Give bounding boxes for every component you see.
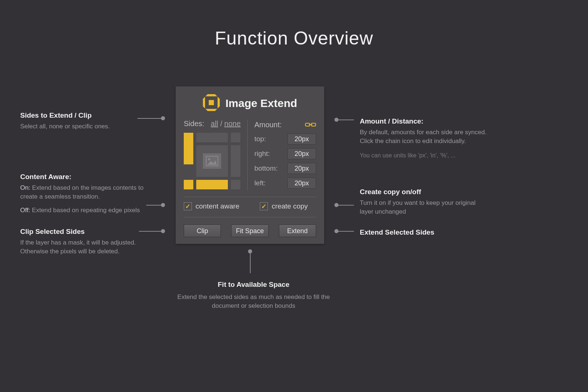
image-extend-panel: Image Extend Sides: all / none — [176, 86, 324, 244]
connector-line — [336, 231, 354, 232]
annotation-fit: Fit to Available Space Extend the select… — [176, 279, 331, 311]
amount-bottom-label: bottom: — [254, 164, 277, 172]
annotation-title: Content Aware: — [20, 172, 145, 182]
annotation-desc: If the layer has a mask, it will be adju… — [20, 238, 145, 256]
annotation-desc: Extend the selected sides as much as nee… — [176, 293, 331, 311]
amount-left-input[interactable] — [287, 178, 316, 189]
annotation-title: Create copy on/off — [360, 187, 488, 197]
connector-line — [137, 118, 163, 119]
content-aware-checkbox[interactable]: ✓ content aware — [184, 202, 239, 210]
annotation-desc: Turn it on if you want to keep your orig… — [360, 199, 488, 217]
panel-header: Image Extend — [176, 94, 324, 120]
annotation-desc: Select all, none or specific ones. — [20, 122, 138, 131]
sides-link-all[interactable]: all — [211, 120, 218, 128]
annotation-amount: Amount / Distance: By default, amounts f… — [360, 116, 496, 160]
sides-section: Sides: all / none — [184, 120, 247, 190]
create-copy-label: create copy — [272, 202, 308, 210]
annotation-off-desc: Extend based on repeating edge pixels — [30, 207, 140, 214]
chain-link-icon[interactable] — [305, 121, 316, 129]
connector-line — [336, 205, 354, 206]
sides-link-none[interactable]: none — [224, 120, 241, 128]
annotation-title: Amount / Distance: — [360, 116, 496, 126]
connector-line — [146, 205, 163, 206]
annotation-title: Fit to Available Space — [176, 279, 331, 290]
svg-point-7 — [208, 158, 210, 160]
annotation-off-prefix: Off: — [20, 207, 30, 214]
side-left[interactable] — [184, 133, 193, 164]
side-bottomleft[interactable] — [184, 180, 193, 189]
image-placeholder-icon — [203, 153, 221, 169]
amount-label: Amount: — [254, 121, 282, 129]
annotation-sides: Sides to Extend / Clip Select all, none … — [20, 110, 138, 131]
annotation-extend: Extend Selected Sides — [360, 227, 477, 239]
create-copy-checkbox[interactable]: ✓ create copy — [260, 202, 308, 210]
annotation-desc: Off: Extend based on repeating edge pixe… — [20, 206, 145, 215]
amount-right-label: right: — [254, 150, 270, 158]
side-right[interactable] — [231, 145, 240, 177]
annotation-content-aware: Content Aware: On: Extend based on the i… — [20, 172, 145, 215]
svg-marker-4 — [215, 106, 220, 111]
connector-line — [139, 231, 163, 232]
connector-line — [250, 251, 251, 273]
side-center — [196, 145, 228, 177]
amount-top-input[interactable] — [287, 133, 316, 145]
annotation-desc: By default, amounts for each side are sy… — [360, 128, 496, 146]
annotation-title: Extend Selected Sides — [360, 227, 477, 238]
amount-left-label: left: — [254, 179, 266, 187]
svg-marker-2 — [215, 94, 220, 99]
connector-line — [336, 120, 354, 120]
amount-right-input[interactable] — [287, 148, 316, 159]
sides-grid — [184, 133, 241, 190]
annotation-desc: On: Extend based on the images contents … — [20, 183, 145, 202]
fit-space-button[interactable]: Fit Space — [231, 225, 268, 237]
annotation-on-desc: Extend based on the images contents to c… — [20, 184, 144, 200]
annotation-title: Clip Selected Sides — [20, 227, 145, 237]
side-bottomright[interactable] — [231, 180, 240, 189]
sides-link-separator: / — [220, 120, 224, 128]
amount-section: Amount: top: right: bottom: — [247, 120, 316, 190]
side-top[interactable] — [196, 133, 228, 142]
content-aware-label: content aware — [196, 202, 239, 210]
sides-label: Sides: — [184, 120, 204, 128]
side-topright[interactable] — [231, 133, 240, 142]
svg-marker-8 — [207, 160, 217, 165]
amount-top-label: top: — [254, 135, 266, 143]
annotation-clip: Clip Selected Sides If the layer has a m… — [20, 227, 145, 256]
annotation-title: Sides to Extend / Clip — [20, 110, 138, 121]
amount-bottom-input[interactable] — [287, 163, 316, 174]
page-title: Function Overview — [0, 28, 588, 49]
check-icon: ✓ — [261, 203, 266, 210]
side-bottom[interactable] — [196, 180, 228, 189]
svg-marker-3 — [202, 106, 208, 111]
svg-marker-1 — [202, 94, 208, 99]
svg-rect-5 — [209, 100, 214, 105]
annotation-on-prefix: On: — [20, 184, 30, 191]
extend-button[interactable]: Extend — [279, 225, 316, 237]
check-icon: ✓ — [185, 203, 190, 210]
image-extend-icon — [202, 94, 220, 113]
annotation-hint: You can use units like 'px', 'in', '%', … — [360, 151, 496, 160]
annotation-create-copy: Create copy on/off Turn it on if you wan… — [360, 187, 488, 217]
panel-title: Image Extend — [225, 97, 297, 110]
clip-button[interactable]: Clip — [184, 225, 221, 237]
